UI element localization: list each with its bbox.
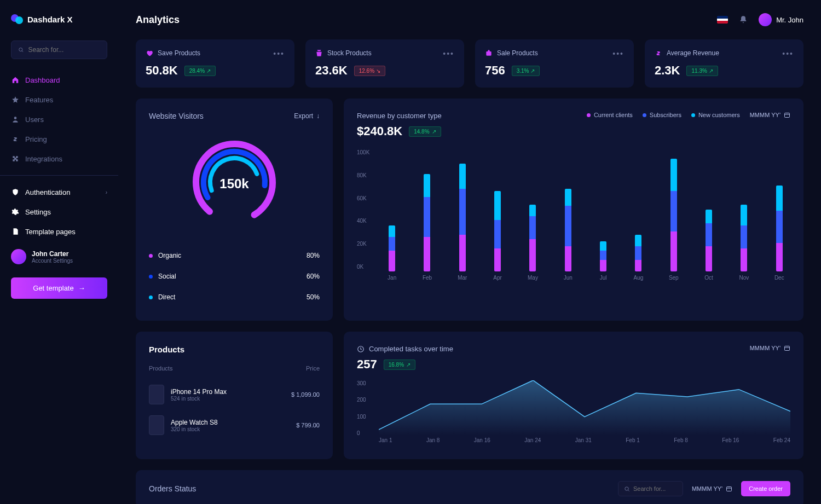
- svg-point-13: [625, 486, 628, 490]
- donut-center-value: 150k: [219, 176, 248, 192]
- nav-item-users[interactable]: Users: [0, 109, 118, 129]
- calendar-icon: [784, 345, 790, 351]
- svg-point-2: [14, 117, 17, 119]
- create-order-button[interactable]: Create order: [741, 481, 790, 496]
- nav-item-dashboard[interactable]: Dashboard: [0, 70, 118, 90]
- product-stock: 320 in stock: [171, 426, 218, 432]
- sidebar: Dashdark X DashboardFeaturesUsersPricing…: [0, 0, 118, 504]
- user-icon: [11, 115, 20, 124]
- more-options-icon[interactable]: •••: [273, 49, 285, 58]
- svg-rect-8: [785, 113, 790, 118]
- stat-delta-badge: 12.6% ↘: [354, 66, 385, 76]
- donut-chart: 150k: [149, 130, 320, 234]
- product-image: [149, 415, 164, 435]
- product-price: $ 799.00: [296, 422, 320, 428]
- cta-label: Get template: [33, 284, 73, 292]
- search-icon: [18, 47, 24, 53]
- stat-title: Save Products: [158, 49, 200, 57]
- bar-col: Dec: [768, 186, 790, 281]
- legend-row: Organic80%: [149, 245, 320, 266]
- visitors-title: Website Visitors: [149, 112, 204, 120]
- tasks-date-picker[interactable]: MMMM YY': [750, 345, 790, 351]
- nav-item-features[interactable]: Features: [0, 90, 118, 109]
- bar-col: Nov: [733, 205, 755, 281]
- revenue-date-picker[interactable]: MMMM YY': [750, 112, 790, 118]
- revenue-bar-chart: 100K80K60K40K20K0K JanFebMarAprMayJunJul…: [357, 149, 790, 281]
- bar-col: Jan: [381, 225, 403, 281]
- search-icon: [624, 486, 630, 492]
- sidebar-divider: [0, 175, 118, 176]
- tasks-card: Completed tasks over time 257 16.8% ↗ MM…: [344, 332, 803, 459]
- chevron-right-icon: ›: [106, 189, 107, 195]
- visitors-card: Website Visitors Export ↓ 150k Organic80…: [136, 99, 333, 321]
- nav-item-pricing[interactable]: Pricing: [0, 129, 118, 149]
- topbar: Analytics Mr. John: [136, 13, 803, 26]
- puzzle-icon: [11, 154, 20, 163]
- topbar-user[interactable]: Mr. John: [759, 13, 803, 26]
- logo[interactable]: Dashdark X: [0, 13, 118, 25]
- bar-col: Mar: [452, 164, 473, 281]
- svg-rect-4: [486, 51, 491, 56]
- clock-icon: [357, 345, 365, 353]
- revenue-title: Revenue by customer type: [357, 112, 442, 120]
- bar-col: Apr: [487, 191, 508, 281]
- calendar-icon: [784, 112, 790, 118]
- nav-item-template pages[interactable]: Template pages: [0, 222, 118, 241]
- sidebar-user[interactable]: John Carter Account Settings: [0, 241, 118, 272]
- user-avatar: [11, 249, 26, 264]
- brand-name: Dashdark X: [27, 15, 73, 24]
- export-button[interactable]: Export ↓: [294, 112, 320, 120]
- get-template-button[interactable]: Get template →: [11, 277, 107, 299]
- orders-search[interactable]: [618, 481, 683, 496]
- product-row[interactable]: iPhone 14 Pro Max524 in stock$ 1,099.00: [149, 379, 320, 410]
- product-name: iPhone 14 Pro Max: [171, 388, 227, 396]
- products-title: Products: [149, 345, 320, 354]
- orders-date-picker[interactable]: MMMM YY': [692, 485, 732, 492]
- user-name: John Carter: [32, 250, 73, 258]
- product-image: [149, 385, 164, 404]
- rev-legend-item: New customers: [691, 112, 740, 118]
- bar-col: Sep: [663, 159, 685, 281]
- star-icon: [11, 95, 20, 104]
- page-title: Analytics: [136, 14, 180, 26]
- stat-icon: [655, 49, 662, 57]
- gear-icon: [11, 207, 20, 216]
- home-icon: [11, 76, 20, 84]
- language-flag[interactable]: [717, 16, 728, 24]
- rev-legend-item: Subscribers: [643, 112, 681, 118]
- orders-search-input[interactable]: [633, 485, 677, 492]
- sidebar-search-input[interactable]: [28, 46, 100, 54]
- tasks-line-chart: 3002001000 Jan 1Jan 8Jan 16Jan 24Jan 31F…: [357, 380, 790, 446]
- stat-value: 23.6K: [315, 63, 348, 78]
- more-options-icon[interactable]: •••: [443, 49, 454, 58]
- sidebar-search[interactable]: [11, 40, 107, 59]
- svg-rect-15: [727, 487, 732, 491]
- orders-title: Orders Status: [149, 484, 196, 493]
- products-col-price: Price: [306, 365, 320, 372]
- revenue-value: $240.8K: [357, 124, 402, 138]
- stat-title: Stock Products: [327, 49, 372, 57]
- nav-item-authentication[interactable]: Authentication›: [0, 182, 118, 202]
- stat-title: Sale Products: [497, 49, 538, 57]
- product-price: $ 1,099.00: [291, 391, 320, 398]
- bar-col: Jul: [592, 241, 614, 281]
- stat-delta-badge: 11.3% ↗: [686, 66, 718, 76]
- more-options-icon[interactable]: •••: [782, 49, 794, 58]
- svg-rect-11: [785, 346, 790, 351]
- stat-card-1: Stock Products 23.6K12.6% ↘ •••: [305, 39, 464, 88]
- product-row[interactable]: Apple Watch S8320 in stock$ 799.00: [149, 410, 320, 441]
- stat-card-0: Save Products 50.8K28.4% ↗ •••: [136, 39, 294, 88]
- revenue-card: Revenue by customer type $240.8K 14.8% ↗…: [344, 99, 803, 321]
- svg-line-1: [22, 51, 23, 52]
- legend-row: Direct50%: [149, 287, 320, 308]
- calendar-icon: [726, 485, 732, 492]
- stat-icon: [146, 49, 153, 57]
- stat-card-3: Average Revenue 2.3K11.3% ↗ •••: [645, 39, 803, 88]
- nav-item-settings[interactable]: Settings: [0, 202, 118, 222]
- bar-col: Jun: [557, 189, 579, 281]
- notifications-icon[interactable]: [739, 15, 748, 24]
- svg-line-14: [628, 490, 629, 491]
- more-options-icon[interactable]: •••: [612, 49, 624, 58]
- logo-icon: [11, 13, 23, 25]
- nav-item-integrations[interactable]: Integrations: [0, 149, 118, 169]
